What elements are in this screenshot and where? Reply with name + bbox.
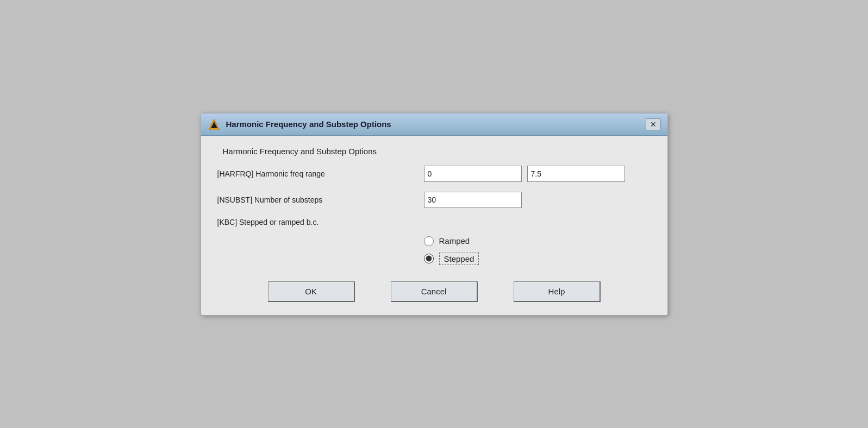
radio-group: Ramped Stepped xyxy=(424,236,651,265)
stepped-radio[interactable] xyxy=(424,254,434,263)
dialog-title: Harmonic Frequency and Substep Options xyxy=(226,119,391,129)
ramped-label[interactable]: Ramped xyxy=(439,236,470,246)
app-icon xyxy=(208,118,221,131)
stepped-label[interactable]: Stepped xyxy=(439,253,479,265)
harfrq-row: [HARFRQ] Harmonic freq range xyxy=(217,166,651,182)
harfrq-inputs xyxy=(424,166,625,182)
nsubst-row: [NSUBST] Number of substeps xyxy=(217,192,651,208)
harfrq-input-2[interactable] xyxy=(527,166,625,182)
ramped-radio[interactable] xyxy=(424,236,434,246)
harfrq-input-1[interactable] xyxy=(424,166,522,182)
dialog-body: Harmonic Frequency and Substep Options [… xyxy=(201,136,667,315)
ok-button[interactable]: OK xyxy=(268,281,355,302)
button-row: OK Cancel Help xyxy=(217,276,651,302)
ramped-radio-row: Ramped xyxy=(424,236,651,246)
close-button[interactable]: ✕ xyxy=(646,118,661,130)
stepped-radio-row: Stepped xyxy=(424,253,651,265)
title-bar: Harmonic Frequency and Substep Options ✕ xyxy=(201,114,667,136)
cancel-button[interactable]: Cancel xyxy=(391,281,478,302)
title-bar-left: Harmonic Frequency and Substep Options xyxy=(208,118,391,131)
nsubst-label: [NSUBST] Number of substeps xyxy=(217,196,424,204)
harfrq-label: [HARFRQ] Harmonic freq range xyxy=(217,169,424,178)
harmonic-dialog: Harmonic Frequency and Substep Options ✕… xyxy=(201,113,668,316)
nsubst-input[interactable] xyxy=(424,192,522,208)
help-button[interactable]: Help xyxy=(514,281,601,302)
nsubst-inputs xyxy=(424,192,522,208)
section-title: Harmonic Frequency and Substep Options xyxy=(217,147,651,156)
kbc-row: [KBC] Stepped or ramped b.c. xyxy=(217,218,651,226)
kbc-label: [KBC] Stepped or ramped b.c. xyxy=(217,218,424,226)
